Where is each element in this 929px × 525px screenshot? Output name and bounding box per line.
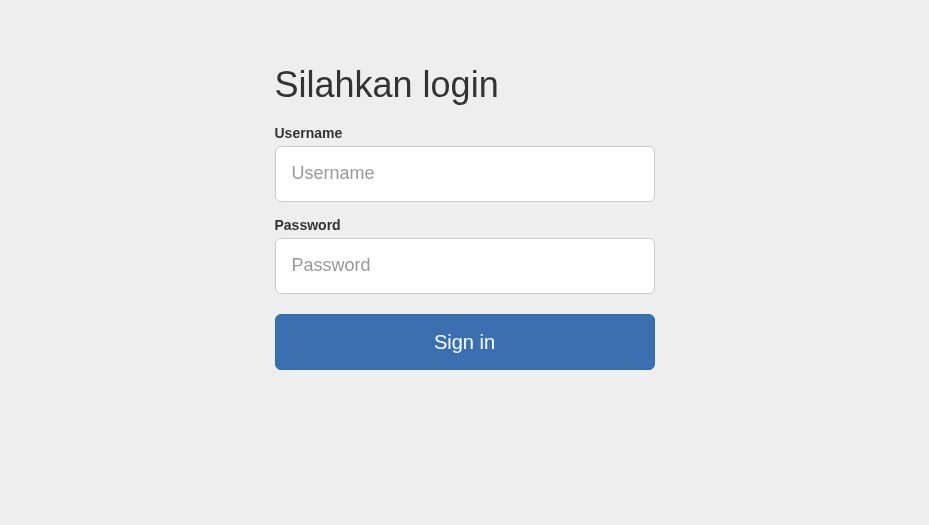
username-input[interactable] <box>275 146 655 202</box>
form-heading: Silahkan login <box>275 65 655 105</box>
password-group: Password <box>275 217 655 294</box>
username-label: Username <box>275 125 655 141</box>
password-label: Password <box>275 217 655 233</box>
login-form: Silahkan login Username Password Sign in <box>275 0 655 370</box>
username-group: Username <box>275 125 655 202</box>
sign-in-button[interactable]: Sign in <box>275 314 655 371</box>
password-input[interactable] <box>275 238 655 294</box>
